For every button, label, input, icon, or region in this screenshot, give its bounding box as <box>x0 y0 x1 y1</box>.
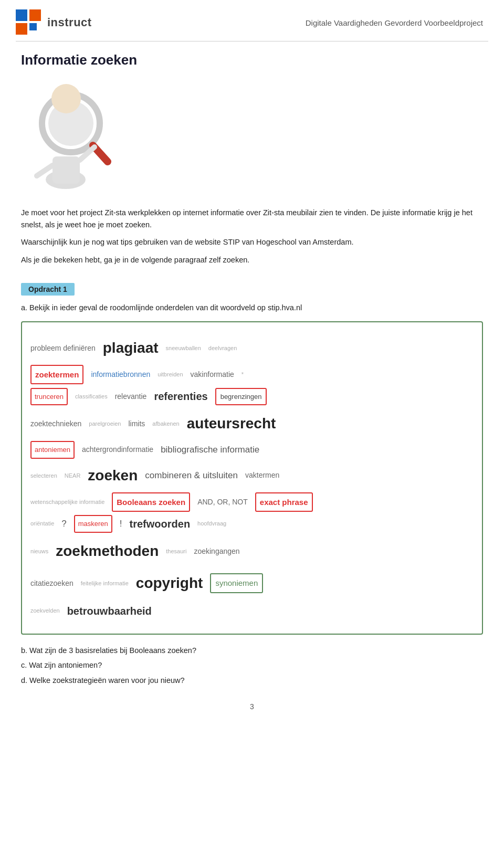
word-limits: limits <box>128 416 145 432</box>
assignment-a: a. Bekijk in ieder geval de roodomlijnde… <box>21 302 483 314</box>
word-afbakenen: afbakenen <box>152 418 179 430</box>
word-wetenschappelijke-informatie: wetenschappelijke informatie <box>30 496 104 508</box>
intro-text-3: Als je die bekeken hebt, ga je in de vol… <box>21 254 483 266</box>
word-deelvragen: deelvragen <box>208 342 237 354</box>
wc-row-2: zoektermen informatiebronnen uitbreiden … <box>30 365 474 385</box>
word-betrouwbaarheid: betrouwbaarheid <box>67 600 152 622</box>
svg-rect-2 <box>16 23 27 35</box>
wc-row-6: selecteren NEAR zoeken combineren & uits… <box>30 460 474 491</box>
word-combineren-uitsluiten: combineren & uitsluiten <box>145 466 238 485</box>
svg-point-9 <box>51 84 81 113</box>
instruct-logo-icon <box>16 9 42 36</box>
wc-row-1: probleem definiëren plagiaat sneeuwballe… <box>30 333 474 364</box>
word-synoniemen: synoniemen <box>210 573 263 593</box>
word-zoektermen: zoektermen <box>30 365 83 385</box>
word-maskeren: maskeren <box>74 515 112 532</box>
word-citatiezoeken: citatiezoeken <box>30 576 74 591</box>
header: instruct Digitale Vaardigheden Gevorderd… <box>0 0 504 41</box>
word-selecteren: selecteren <box>30 470 57 482</box>
logo-container: instruct <box>16 9 92 36</box>
intro-text-2: Waarschijnlijk kun je nog wat tips gebru… <box>21 236 483 248</box>
word-zoekmethoden: zoekmethoden <box>56 536 159 567</box>
svg-rect-8 <box>52 156 80 184</box>
word-referenties: referenties <box>154 385 207 407</box>
wc-row-11: zoekvelden betrouwbaarheid <box>30 600 474 622</box>
word-exclamation: ! <box>120 514 122 533</box>
magnifying-figure-icon <box>21 79 126 194</box>
page-title: Informatie zoeken <box>21 52 483 68</box>
wordcloud-box: probleem definiëren plagiaat sneeuwballe… <box>21 321 483 635</box>
word-booleaans-zoeken: Booleaans zoeken <box>112 492 190 512</box>
question-b: b. Wat zijn de 3 basisrelaties bij Boole… <box>21 645 483 657</box>
wc-row-3: trunceren classificaties relevantie refe… <box>30 385 474 407</box>
main-content: Informatie zoeken Je moet voor het proje… <box>0 41 504 742</box>
svg-rect-3 <box>29 23 37 30</box>
word-copyright: copyright <box>136 568 203 599</box>
word-sneeuwballen: sneeuwballen <box>166 342 201 354</box>
word-thesauri: thesauri <box>166 545 186 557</box>
svg-rect-1 <box>29 9 41 21</box>
word-nieuws: nieuws <box>30 545 48 557</box>
word-begrenzingen: begrenzingen <box>215 388 267 405</box>
word-zoektechnieken: zoektechnieken <box>30 416 81 432</box>
word-vakinformatie: vakinformatie <box>191 367 234 382</box>
logo-text: instruct <box>47 16 92 29</box>
character-image <box>21 79 126 194</box>
wc-row-9: nieuws zoekmethoden thesauri zoekingange… <box>30 536 474 567</box>
word-orientatie: oriëntatie <box>30 518 54 530</box>
word-informatiebronnen: informatiebronnen <box>91 367 150 382</box>
word-vaktermen: vaktermen <box>245 468 279 483</box>
word-classificaties: classificaties <box>75 391 108 403</box>
header-title: Digitale Vaardigheden Gevorderd Voorbeel… <box>306 18 483 27</box>
word-trunceren: trunceren <box>30 388 68 405</box>
svg-rect-0 <box>16 9 27 21</box>
word-parelgroeien: parelgroeien <box>89 418 121 430</box>
question-d: d. Welke zoekstrategieën waren voor jou … <box>21 675 483 687</box>
word-auteursrecht: auteursrecht <box>187 408 276 439</box>
word-zoekvelden: zoekvelden <box>30 605 60 617</box>
wc-row-10: citatiezoeken feitelijke informatie copy… <box>30 568 474 599</box>
wc-row-4: zoektechnieken parelgroeien limits afbak… <box>30 408 474 439</box>
question-c: c. Wat zijn antoniemen? <box>21 660 483 671</box>
word-near: NEAR <box>65 470 81 482</box>
word-and-or-not: AND, OR, NOT <box>197 494 248 510</box>
intro-text-1: Je moet voor het project Zit-sta werkple… <box>21 207 483 231</box>
questions-list: b. Wat zijn de 3 basisrelaties bij Boole… <box>21 645 483 687</box>
word-zoeken: zoeken <box>88 460 138 491</box>
word-trefwoorden: trefwoorden <box>130 513 191 535</box>
word-zoekingangen: zoekingangen <box>194 544 239 559</box>
section-label: Opdracht 1 <box>21 271 483 302</box>
word-feitelijke-informatie: feitelijke informatie <box>81 577 129 590</box>
word-antoniemen: antoniemen <box>30 441 75 458</box>
word-probleem-definieren: probleem definiëren <box>30 341 96 356</box>
word-question: ? <box>61 514 66 533</box>
word-asterisk: * <box>242 369 244 381</box>
page-number: 3 <box>21 702 483 721</box>
wc-row-8: oriëntatie ? maskeren ! trefwoorden hoof… <box>30 513 474 535</box>
word-plagiaat: plagiaat <box>103 333 159 364</box>
word-hoofdvraag: hoofdvraag <box>197 518 226 530</box>
wc-row-7: wetenschappelijke informatie Booleaans z… <box>30 492 474 512</box>
word-relevantie: relevantie <box>115 389 147 404</box>
word-exact-phrase: exact phrase <box>255 492 313 512</box>
wc-row-5: antoniemen achtergrondinformatie bibliog… <box>30 440 474 459</box>
word-bibliografische-informatie: bibliografische informatie <box>161 440 259 459</box>
word-achtergrondinformatie: achtergrondinformatie <box>82 442 153 457</box>
section-label-text: Opdracht 1 <box>21 283 75 296</box>
word-uitbreiden: uitbreiden <box>158 369 183 381</box>
wordcloud-inner: probleem definiëren plagiaat sneeuwballe… <box>30 333 474 622</box>
